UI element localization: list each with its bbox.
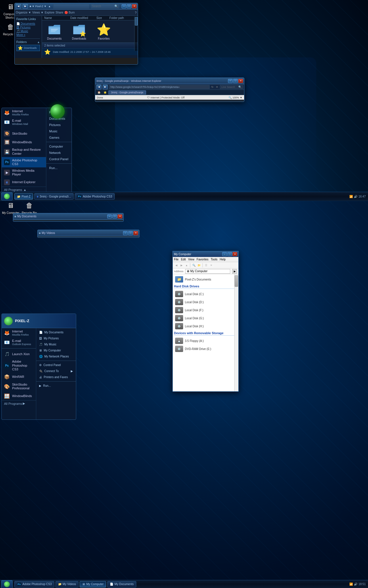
sm2-windowblinds[interactable]: 🪟 WindowBlinds [2, 392, 36, 400]
tb-up[interactable]: ▲ [184, 263, 189, 268]
maximize-btn[interactable]: □ [127, 4, 131, 8]
explorer-scrollbar[interactable] [134, 16, 138, 51]
music-link[interactable]: 🎵 Music [16, 29, 40, 33]
tb-forward[interactable]: ▶ [179, 263, 184, 268]
menu-tools[interactable]: Tools [211, 258, 217, 261]
docs-link[interactable]: 📄 Documents [16, 22, 40, 26]
file-item-favorites[interactable]: ⭐ Favorites [94, 23, 114, 40]
menu-item-ie[interactable]: e Internet Explorer [2, 178, 46, 187]
sm2-mymusic[interactable]: 🎵My Music [36, 341, 76, 347]
mydocs-close[interactable]: ✕ [118, 214, 122, 218]
menu-item-windowblinds[interactable]: 🪟 WindowBlinds [2, 138, 46, 146]
forward-btn[interactable]: ▶ [23, 4, 28, 9]
mycomp-disk-g[interactable]: 💽 Local Disk (G:) [174, 314, 237, 322]
back-btn[interactable]: ◀ [16, 4, 21, 9]
close-btn[interactable]: ✕ [132, 4, 137, 8]
right-item-run[interactable]: Run... [46, 165, 72, 171]
taskbar-btn-pixelz[interactable]: 📁 Pixel-Z [14, 193, 33, 200]
address-field[interactable]: 🖥 My Computer [185, 269, 230, 274]
file-item-docs[interactable]: Documents [44, 23, 64, 40]
more-link[interactable]: More » [16, 33, 40, 37]
desktop-icon-mycomputer-bottom[interactable]: 🖥 My Computer [1, 201, 20, 215]
mycomp-minimize[interactable]: ─ [222, 252, 227, 256]
ie-search[interactable]: Live Search 🔍 [220, 85, 243, 89]
tb-views[interactable]: ☰ [204, 263, 208, 268]
mycomp-floppy[interactable]: 💾 3.5 Floppy (A:) [174, 337, 237, 345]
help-btn[interactable]: ? [135, 11, 137, 14]
search-bar[interactable]: Search 🔍 [91, 4, 119, 9]
desktop-icon-recyclebin-bottom[interactable]: 🗑 Recycle Bin [20, 201, 39, 215]
right-item-music[interactable]: Music [46, 128, 72, 134]
taskbar-bottom-mydocs[interactable]: 📄 My Documents [107, 581, 136, 587]
mycomp-disk-d[interactable]: 💽 Local Disk (D:) [174, 298, 237, 306]
ie-address[interactable]: http://www.google.hr/search?hl=hr&q=%CS%… [109, 85, 210, 89]
mycomp-disk-h[interactable]: 💽 Local Disk (H:) [174, 322, 237, 330]
sm2-winrar[interactable]: 📦 WinRAR [2, 373, 36, 381]
sm2-printers[interactable]: 🖨Printers and Faxes [36, 374, 76, 380]
share-btn[interactable]: Share [55, 11, 63, 14]
taskbar-btn-photoshop[interactable]: Ps Adobe Photoshop CS3 [75, 193, 115, 200]
taskbar-start-btn[interactable] [1, 192, 13, 200]
menu-item-skinstudio[interactable]: 🎨 SkinStudio [2, 129, 46, 138]
start-orb[interactable] [50, 104, 65, 119]
taskbar-bottom-start[interactable] [1, 580, 13, 588]
myvideos-maximize[interactable]: □ [128, 231, 133, 235]
tb-folders[interactable]: 📁 [197, 263, 201, 268]
ie-stop[interactable]: ✕ [215, 86, 219, 88]
address-go[interactable]: ▶ [232, 269, 237, 274]
file-item-downloads[interactable]: ⭐ Downloads [69, 23, 89, 40]
minimize-btn[interactable]: ─ [122, 4, 126, 8]
folders-header[interactable]: Folders ▲ [16, 40, 40, 44]
menu-item-internet[interactable]: 🦊 Internet Mozilla Firefox [2, 108, 46, 117]
mycomp-disk-c[interactable]: 💽 Local Disk (C:) [174, 290, 237, 298]
sm2-mycomp[interactable]: 🖥My Computer [36, 347, 76, 353]
folder-tree-item[interactable]: ⭐ Downloads [16, 45, 40, 51]
tb-back[interactable]: ◀ [174, 263, 179, 268]
menu-item-mediaplayer[interactable]: ▶ Windows Media Player [2, 167, 46, 178]
taskbar-bottom-mycomp[interactable]: 🖥 My Computer [80, 581, 106, 587]
menu-item-backup[interactable]: 💾 Backup and Restore Center [2, 146, 46, 157]
right-item-pics[interactable]: Pictures [46, 122, 72, 128]
right-item-control[interactable]: Control Panel [46, 156, 72, 162]
mydocs-maximize[interactable]: □ [112, 214, 117, 218]
mycomp-pixelz-docs[interactable]: 📁 Pixel-Z's Documents [174, 275, 237, 283]
menu-edit[interactable]: Edit [181, 258, 186, 261]
ie-maximize[interactable]: □ [233, 79, 238, 83]
mycomp-scrollbar[interactable] [234, 274, 238, 391]
address-bar[interactable] [53, 4, 89, 9]
ie-close[interactable]: ✕ [238, 79, 243, 83]
views-btn[interactable]: Views ▼ [32, 11, 43, 14]
sm2-launchxion[interactable]: 🎵 Launch Xion [2, 350, 36, 358]
sm2-all-programs[interactable]: All Programs ▶ [2, 400, 36, 407]
tb-search[interactable]: 🔍 [191, 263, 196, 268]
sm2-control[interactable]: ⚙Control Panel [36, 362, 76, 368]
burn-btn[interactable]: 🔴 Burn [64, 11, 75, 14]
menu-favorites[interactable]: Favorites [197, 258, 208, 261]
menu-view[interactable]: View [188, 258, 194, 261]
myvideos-close[interactable]: ✕ [133, 231, 138, 235]
taskbar-bottom-ps[interactable]: Ps Adobe Photoshop CS3 [14, 581, 54, 587]
sm2-internet[interactable]: 🦊 Internet Mozilla Firefox [2, 328, 36, 338]
ie-refresh[interactable]: ↻ [211, 86, 214, 88]
explore-btn[interactable]: Explore [45, 11, 54, 14]
organize-btn[interactable]: Organize ▼ [16, 11, 31, 14]
mycomp-dvd[interactable]: 💿 DVD-RAM Drive (E:) [174, 345, 237, 353]
taskbar-btn-google[interactable]: e 3minj - Google pretraži... [34, 193, 74, 200]
ie-back[interactable]: ◀ [96, 85, 101, 89]
ie-forward[interactable]: ▶ [103, 85, 108, 89]
right-item-games[interactable]: Games [46, 134, 72, 141]
sm2-mypics[interactable]: 🖼My Pictures [36, 335, 76, 341]
sm2-email[interactable]: 📧 E-mail Outlook Express [2, 338, 36, 347]
sm2-photoshop[interactable]: Ps Adobe Photoshop CS3 [2, 358, 36, 373]
ie-minimize[interactable]: ─ [228, 79, 233, 83]
menu-item-email[interactable]: 📧 E-mail Windows Mail [2, 117, 46, 127]
menu-file[interactable]: File [174, 258, 179, 261]
right-item-computer[interactable]: Computer [46, 143, 72, 150]
mycomp-close[interactable]: ✕ [233, 252, 237, 256]
sm2-mydocs[interactable]: 📄My Documents [36, 329, 76, 335]
ie-tab-active[interactable]: 3minj - Google pretraživanje [108, 90, 146, 94]
pics-link[interactable]: 🖼 Pictures [16, 26, 40, 29]
up-btn[interactable]: ▲ [48, 5, 51, 8]
taskbar-bottom-myvideos[interactable]: 📁 My Videos [55, 581, 79, 587]
ie-home-icon[interactable]: 🏠 [96, 91, 102, 94]
